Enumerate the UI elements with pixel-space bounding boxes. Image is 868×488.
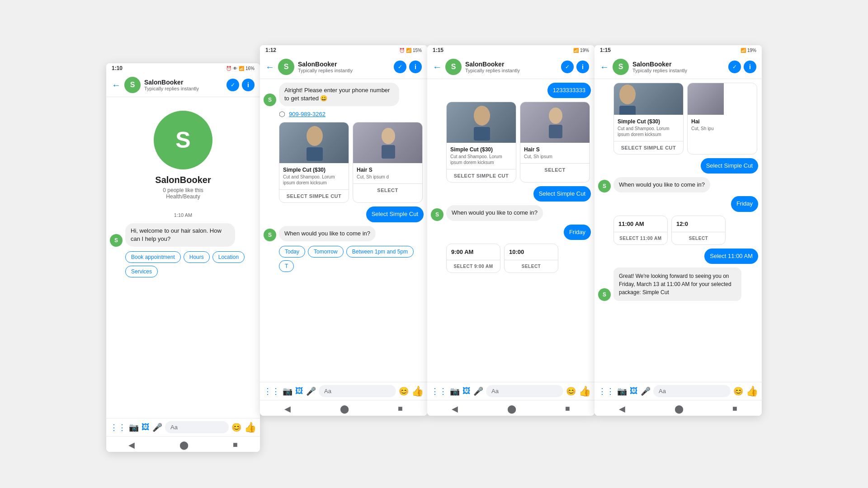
info-button-2[interactable]: i [409, 61, 422, 73]
like-button-1[interactable]: 👍 [244, 422, 256, 433]
select-simple-cut-btn-4[interactable]: SELECT SIMPLE CUT [614, 141, 683, 154]
select-9am-btn[interactable]: SELECT 9:00 AM [447, 260, 500, 272]
like-button-2[interactable]: 👍 [411, 385, 424, 397]
check-button-1[interactable]: ✓ [226, 79, 239, 91]
bubble-friday-3: Friday [564, 225, 591, 240]
camera-icon-1[interactable]: 📷 [129, 422, 139, 432]
nav-bottom-4: ◀ ⬤ ■ [594, 400, 762, 416]
back-button-1[interactable]: ← [112, 80, 121, 90]
nav-bar-1: ← S SalonBooker Typically replies instan… [106, 73, 260, 97]
recent-nav-4[interactable]: ■ [732, 404, 737, 414]
like-button-3[interactable]: 👍 [579, 385, 591, 397]
photo-icon-3[interactable]: 🖼 [462, 386, 471, 396]
camera-icon-3[interactable]: 📷 [450, 386, 460, 396]
nav-bottom-3: ◀ ⬤ ■ [427, 400, 594, 416]
select-11am-btn[interactable]: SELECT 11:00 AM [614, 232, 667, 244]
msg-friday-3: Friday [431, 225, 591, 240]
photo-icon-4[interactable]: 🖼 [630, 386, 638, 396]
recent-nav-2[interactable]: ■ [398, 404, 403, 414]
portrait-svg-2 [377, 127, 400, 159]
back-button-3[interactable]: ← [433, 62, 442, 72]
status-bar-3: 1:15 📶 19% [427, 45, 594, 55]
grid-icon-4[interactable]: ⋮⋮ [598, 386, 614, 396]
status-icons-1: ⏰ 👁 📶 16% [226, 66, 255, 71]
select-12-btn[interactable]: SELECT [672, 232, 725, 244]
nav-bar-2: ← S SalonBooker Typically replies instan… [260, 55, 427, 79]
emoji-icon-3[interactable]: 😊 [566, 386, 576, 396]
chip-today-2[interactable]: Today [279, 246, 305, 258]
emoji-icon-2[interactable]: 😊 [399, 386, 409, 396]
select-hair-btn-2[interactable]: SELECT [353, 183, 422, 197]
back-button-2[interactable]: ← [265, 62, 274, 72]
select-10-btn[interactable]: SELECT [505, 260, 558, 272]
back-nav-1[interactable]: ◀ [128, 440, 135, 450]
select-simple-cut-btn-3[interactable]: SELECT SIMPLE CUT [447, 169, 516, 182]
recent-nav-1[interactable]: ■ [233, 440, 238, 450]
info-button-4[interactable]: i [744, 61, 756, 73]
msg-sent-11am: Select 11:00 AM [598, 249, 758, 264]
chip-hours[interactable]: Hours [184, 251, 210, 263]
mic-icon-4[interactable]: 🎤 [641, 386, 651, 396]
mic-icon-3[interactable]: 🎤 [473, 386, 483, 396]
chip-tomorrow-2[interactable]: Tomorrow [308, 246, 344, 258]
message-input-3[interactable]: Aa [486, 385, 563, 397]
like-button-4[interactable]: 👍 [746, 385, 758, 397]
msg-when-4: S When would you like to come in? [598, 177, 758, 192]
chip-book[interactable]: Book appointment [125, 251, 181, 263]
card-desc-3b: Cut, Sh ipsum [524, 154, 586, 160]
photo-icon-2[interactable]: 🖼 [295, 386, 303, 396]
camera-icon-2[interactable]: 📷 [283, 386, 292, 396]
chip-other-2[interactable]: T [279, 260, 294, 272]
date-quick-replies-2: Today Tomorrow Between 1pm and 5pm T [279, 245, 424, 273]
time-card-3a: 9:00 AM SELECT 9:00 AM [446, 244, 500, 273]
back-nav-4[interactable]: ◀ [619, 404, 625, 414]
input-icons-3: ⋮⋮ 📷 🖼 🎤 [431, 386, 483, 396]
nav-info-3: SalonBooker Typically replies instantly [465, 61, 557, 73]
photo-icon-1[interactable]: 🖼 [142, 422, 150, 432]
avatar-2: S [278, 59, 294, 75]
message-input-1[interactable]: Aa [165, 421, 229, 433]
nav-subtitle-1: Typically replies instantly [144, 86, 223, 91]
mic-icon-2[interactable]: 🎤 [306, 386, 316, 396]
select-hair-btn-3[interactable]: SELECT [520, 163, 590, 176]
grid-icon-1[interactable]: ⋮⋮ [110, 422, 126, 432]
home-nav-3[interactable]: ⬤ [507, 404, 516, 414]
message-input-2[interactable]: Aa [319, 385, 396, 397]
service-card-4b: Hai Cut, Sh ipu [687, 83, 757, 155]
wifi-icon-4: 📶 [741, 48, 746, 53]
card-desc-3a: Cut and Shampoo. Lorum ipsum dorem kicks… [450, 154, 512, 165]
back-nav-2[interactable]: ◀ [284, 404, 291, 414]
service-card-1: Simple Cut ($30) Cut and Shampoo. Lorum … [279, 122, 349, 203]
bubble-phone-sent: 1233333333 [547, 83, 591, 98]
chip-services[interactable]: Services [125, 266, 158, 277]
grid-icon-3[interactable]: ⋮⋮ [431, 386, 447, 396]
chat-area-3: 1233333333 Simple Cut ($30) Cut and Sham… [427, 79, 594, 382]
chip-between-2[interactable]: Between 1pm and 5pm [346, 246, 414, 258]
emoji-icon-1[interactable]: 😊 [231, 422, 241, 432]
home-nav-4[interactable]: ⬤ [675, 404, 684, 414]
back-nav-3[interactable]: ◀ [452, 404, 458, 414]
msg-sent-select: Select Simple Cut [264, 206, 424, 222]
message-input-4[interactable]: Aa [653, 385, 731, 397]
bot-avatar-4b: S [598, 288, 611, 301]
phone-number[interactable]: 909-989-3262 [289, 111, 326, 117]
nav-bar-3: ← S SalonBooker Typically replies instan… [427, 55, 594, 79]
info-button-3[interactable]: i [576, 61, 589, 73]
chat-area-2: S Alright! Please enter your phone numbe… [260, 79, 427, 382]
check-button-3[interactable]: ✓ [561, 61, 574, 73]
check-button-4[interactable]: ✓ [728, 61, 741, 73]
portrait-svg-3b [544, 107, 567, 138]
check-button-2[interactable]: ✓ [394, 61, 406, 73]
recent-nav-3[interactable]: ■ [565, 404, 570, 414]
emoji-icon-4[interactable]: 😊 [733, 386, 743, 396]
mic-icon-1[interactable]: 🎤 [152, 422, 162, 432]
chip-location[interactable]: Location [212, 251, 245, 263]
svg-rect-3 [382, 145, 395, 159]
home-nav-2[interactable]: ⬤ [340, 404, 349, 414]
select-simple-cut-btn-2[interactable]: SELECT SIMPLE CUT [279, 189, 349, 202]
home-nav-1[interactable]: ⬤ [179, 440, 189, 450]
back-button-4[interactable]: ← [600, 62, 609, 72]
grid-icon-2[interactable]: ⋮⋮ [264, 386, 280, 396]
camera-icon-4[interactable]: 📷 [617, 386, 627, 396]
info-button-1[interactable]: i [242, 79, 255, 91]
